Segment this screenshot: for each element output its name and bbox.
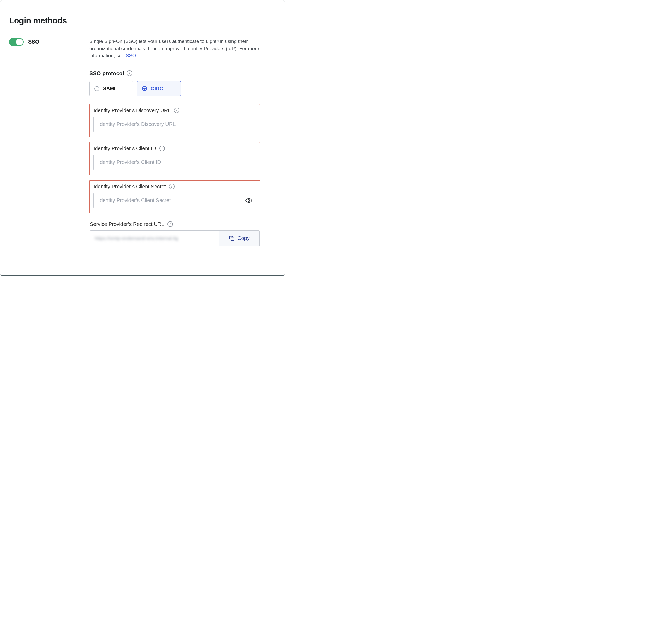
client-id-input[interactable]	[93, 155, 256, 170]
sso-toggle-label: SSO	[28, 38, 39, 45]
field-redirect-url: Service Provider’s Redirect URL i https:…	[89, 218, 260, 247]
copy-icon	[229, 236, 234, 241]
sso-toggle-column: SSO	[9, 38, 84, 251]
field-discovery-url: Identity Provider’s Discovery URL i	[89, 104, 260, 137]
content-columns: SSO Single Sign-On (SSO) lets your users…	[9, 38, 276, 251]
field-client-id: Identity Provider’s Client ID i	[89, 142, 260, 175]
protocol-option-oidc[interactable]: OIDC	[137, 81, 181, 96]
protocol-label: SSO protocol	[89, 70, 124, 77]
field-label: Identity Provider’s Discovery URL	[93, 107, 171, 114]
info-icon[interactable]: i	[127, 70, 132, 76]
radio-circle-icon	[94, 86, 100, 91]
client-secret-input[interactable]	[93, 193, 256, 208]
field-label-row: Identity Provider’s Client ID i	[93, 146, 256, 152]
login-methods-panel: Login methods SSO Single Sign-On (SSO) l…	[0, 0, 285, 276]
reveal-secret-button[interactable]	[245, 197, 252, 204]
sso-description-text: Single Sign-On (SSO) lets your users aut…	[89, 39, 259, 58]
client-secret-input-wrap	[93, 193, 256, 208]
redirect-url-text: https://smtp-ondemand-env.internal.lig	[95, 236, 178, 241]
redirect-url-row: https://smtp-ondemand-env.internal.lig C…	[90, 230, 260, 247]
field-label-row: Service Provider’s Redirect URL i	[90, 221, 260, 227]
field-client-secret: Identity Provider’s Client Secret i	[89, 180, 260, 214]
protocol-label-row: SSO protocol i	[89, 70, 260, 77]
eye-icon	[245, 197, 252, 204]
sso-toggle[interactable]	[9, 38, 23, 46]
info-icon[interactable]: i	[174, 107, 179, 113]
protocol-option-label: SAML	[103, 86, 117, 91]
protocol-option-label: OIDC	[151, 86, 163, 91]
discovery-url-input[interactable]	[93, 117, 256, 132]
svg-point-0	[248, 200, 250, 201]
field-label-row: Identity Provider’s Discovery URL i	[93, 107, 256, 114]
field-label: Identity Provider’s Client Secret	[93, 184, 166, 190]
info-icon[interactable]: i	[159, 146, 165, 151]
sso-settings-column: Single Sign-On (SSO) lets your users aut…	[89, 38, 260, 251]
field-label-row: Identity Provider’s Client Secret i	[93, 184, 256, 190]
protocol-option-saml[interactable]: SAML	[89, 81, 133, 96]
redirect-url-value: https://smtp-ondemand-env.internal.lig	[90, 231, 219, 246]
info-icon[interactable]: i	[169, 184, 175, 189]
sso-description-post: .	[136, 53, 138, 58]
sso-doc-link[interactable]: SSO	[126, 53, 136, 58]
sso-description: Single Sign-On (SSO) lets your users aut…	[89, 38, 260, 59]
copy-redirect-button[interactable]: Copy	[219, 231, 260, 246]
field-label: Identity Provider’s Client ID	[93, 146, 156, 152]
info-icon[interactable]: i	[167, 221, 173, 227]
copy-button-label: Copy	[238, 235, 250, 241]
field-label: Service Provider’s Redirect URL	[90, 221, 164, 227]
page-title: Login methods	[9, 16, 276, 26]
toggle-knob	[16, 39, 23, 45]
protocol-radio-group: SAML OIDC	[89, 81, 260, 96]
svg-rect-1	[231, 238, 234, 240]
radio-circle-icon	[142, 86, 147, 91]
